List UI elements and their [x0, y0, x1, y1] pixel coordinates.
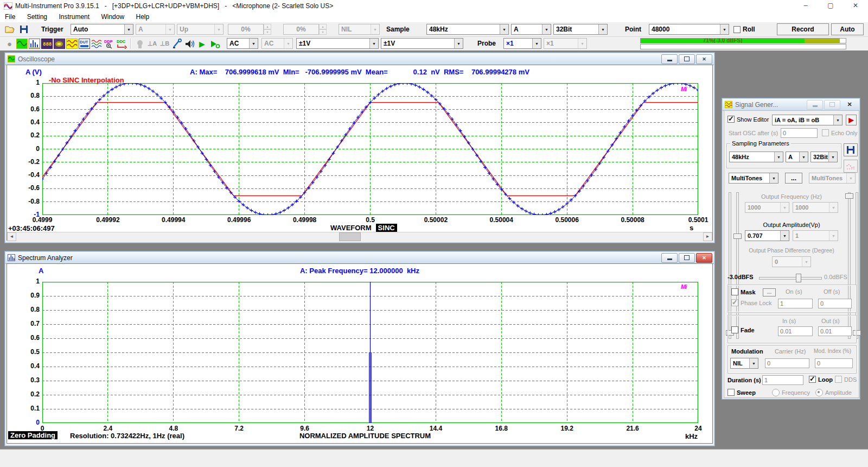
generator-play-button[interactable]: ▶	[846, 115, 857, 125]
minimize-button[interactable]: –	[793, 0, 818, 12]
open-folder-icon	[5, 26, 15, 33]
range-a-select[interactable]: ±1V ▼	[296, 38, 379, 49]
spectrum-3d-plot-icon[interactable]	[53, 38, 66, 49]
trigger-filter-select: NIL ▼	[339, 24, 380, 35]
minimize-button[interactable]	[661, 253, 678, 263]
spin-down-icon[interactable]: ▼	[264, 29, 271, 35]
sinc-tag[interactable]: SINC	[376, 224, 397, 232]
close-button[interactable]: ✕	[696, 253, 712, 263]
scroll-left-icon[interactable]: ◄	[7, 232, 16, 241]
roll-checkbox[interactable]: Roll	[733, 26, 755, 33]
save-button[interactable]	[17, 23, 30, 35]
zero-padding-tag[interactable]: Zero Padding	[8, 431, 58, 439]
axis-tick-label: 16.8	[477, 425, 526, 432]
title-bar[interactable]: Multi-Instrument Pro 3.9.15.1 - [+3DP+DL…	[0, 0, 868, 12]
signal-generator-titlebar[interactable]: Signal Gener... ✕	[723, 99, 859, 111]
modulation-type-select[interactable]: NIL ▼	[730, 358, 758, 369]
axis-tick-label: 21.6	[608, 425, 657, 432]
show-editor-checkbox[interactable]: Show Editor	[727, 116, 769, 123]
toolbar-instruments: ● 888 DUT DDP	[0, 37, 868, 51]
axis-tick-label: -0.8	[17, 198, 40, 205]
spectrum-titlebar[interactable]: Spectrum Analyzer ✕	[5, 252, 714, 264]
ddp-viewer-icon[interactable]: DDP	[103, 38, 116, 49]
menu-setting[interactable]: Setting	[22, 12, 52, 21]
amplitude-a-select[interactable]: 0.707 ▼	[745, 230, 789, 241]
loop-checkbox[interactable]: Loop	[809, 376, 833, 383]
generator-channel-select[interactable]: A ▼	[786, 152, 808, 162]
scroll-right-icon[interactable]: ►	[703, 232, 712, 241]
derived-data-curves-icon[interactable]	[91, 38, 103, 49]
close-button[interactable]: ✕	[841, 100, 858, 110]
menu-window[interactable]: Window	[96, 12, 129, 21]
loopback-play-icon[interactable]	[208, 38, 221, 49]
fade-checkbox[interactable]: Fade	[731, 326, 755, 333]
generator-rate-select[interactable]: 48kHz ▼	[729, 152, 783, 162]
checkbox-box	[835, 376, 842, 383]
close-button[interactable]: ✕	[843, 0, 868, 12]
checkbox-box[interactable]	[733, 26, 741, 33]
routing-select[interactable]: iA = oA, iB = oB ▼	[772, 115, 843, 125]
spin-up-icon[interactable]: ▲	[319, 24, 327, 29]
mod-index-input: 0	[815, 358, 853, 368]
sample-label: Sample	[386, 22, 410, 36]
scrollbar-thumb[interactable]	[339, 232, 361, 241]
probe-a-select[interactable]: ×1 ▼	[503, 38, 541, 49]
trigger-edge-select: Up ▼	[177, 24, 224, 35]
chevron-down-icon: ▼	[829, 231, 838, 241]
spin-down-icon[interactable]: ▼	[319, 29, 327, 35]
sampling-rate-select[interactable]: 48kHz ▼	[426, 24, 509, 35]
sampling-bits-select[interactable]: 32Bit ▼	[553, 24, 608, 35]
menu-file[interactable]: File	[0, 12, 20, 21]
generator-bits-select[interactable]: 32Bit ▼	[810, 152, 838, 162]
speaker-icon[interactable]	[183, 38, 196, 49]
auto-button[interactable]: Auto	[831, 23, 864, 35]
checkbox-box[interactable]	[727, 389, 735, 396]
start-osc-input[interactable]: 0	[781, 128, 818, 138]
device-test-plan-icon[interactable]: DUT	[78, 38, 91, 49]
chevron-down-icon: ▼	[214, 24, 223, 34]
record-button[interactable]: Record	[777, 23, 829, 35]
minimize-button[interactable]	[807, 100, 823, 110]
frequency-slider-b-handle[interactable]	[733, 234, 742, 239]
restore-button[interactable]	[679, 253, 695, 263]
signal-generator-icon[interactable]	[66, 38, 78, 49]
dbfs-slider-track[interactable]	[759, 277, 822, 280]
ddc-icon[interactable]: DDC	[116, 38, 128, 49]
minimize-button[interactable]	[661, 54, 678, 64]
dbfs-slider-handle[interactable]	[796, 274, 801, 282]
checkbox-box[interactable]	[809, 376, 816, 383]
oscilloscope-icon[interactable]	[16, 38, 28, 49]
sweep-checkbox[interactable]: Sweep	[727, 389, 756, 396]
menu-help[interactable]: Help	[131, 12, 154, 21]
sampling-channel-select[interactable]: A ▼	[511, 24, 551, 35]
horizontal-scrollbar[interactable]: ◄ ►	[7, 232, 712, 242]
play-icon[interactable]: ▶	[196, 38, 208, 49]
multitones-editor-button[interactable]: ...	[785, 173, 802, 184]
restore-button[interactable]	[679, 54, 695, 64]
oscilloscope-titlebar[interactable]: Oscilloscope ✕	[5, 53, 714, 65]
coupling-a-select[interactable]: AC ▼	[227, 38, 258, 49]
save-signal-button[interactable]	[844, 143, 858, 156]
open-file-button[interactable]	[3, 23, 16, 35]
chevron-down-icon: ▼	[833, 115, 842, 125]
menu-instrument[interactable]: Instrument	[54, 12, 94, 21]
amplitude-slider-a-handle[interactable]	[845, 193, 853, 199]
calibration-icon[interactable]	[171, 38, 183, 49]
waveform-footer: WAVEFORM SINC	[330, 224, 397, 232]
maximize-button[interactable]	[824, 100, 840, 110]
waveform-a-select[interactable]: MultiTones ▼	[729, 173, 778, 184]
maximize-button[interactable]: ▢	[818, 0, 843, 12]
range-b-select[interactable]: ±1V ▼	[381, 38, 463, 49]
spin-up-icon[interactable]: ▲	[264, 24, 271, 29]
checkbox-box[interactable]	[731, 326, 738, 333]
oscilloscope-window: Oscilloscope ✕ A (V) A: Max= 706.9999618…	[4, 52, 715, 243]
trigger-mode-select[interactable]: Auto ▼	[71, 24, 133, 35]
spectrum-analyzer-icon[interactable]	[28, 38, 41, 49]
mask-checkbox[interactable]: Mask	[731, 288, 756, 295]
multimeter-icon[interactable]: 888	[41, 38, 53, 49]
checkbox-box[interactable]	[727, 116, 735, 123]
close-button[interactable]: ✕	[696, 54, 712, 64]
checkbox-box[interactable]	[731, 288, 738, 295]
maximize-icon	[829, 102, 835, 107]
record-length-select[interactable]: 48000 ▼	[649, 24, 729, 35]
